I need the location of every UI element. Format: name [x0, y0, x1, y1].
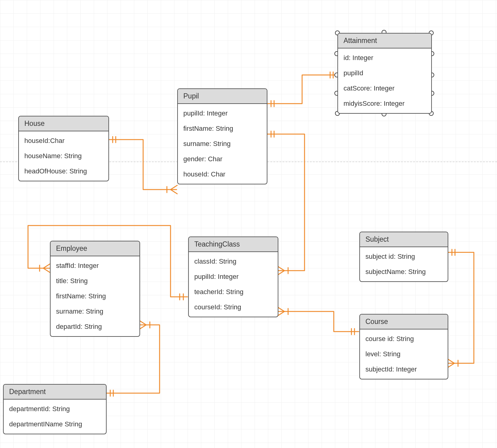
diagram-canvas[interactable]: HousehouseId:CharhouseName: StringheadOf… [0, 0, 497, 448]
entity-subject[interactable]: Subjectsubject id: StringsubjectName: St… [359, 232, 448, 282]
entity-attr: pupilId: Integer [178, 106, 267, 121]
entity-attrs: course id: Stringlevel: StringsubjectId:… [360, 329, 448, 379]
entity-attr: subject id: String [360, 249, 448, 264]
entity-attr: midyisScore: Integer [338, 96, 431, 111]
entity-attrs: houseId:CharhouseName: StringheadOfHouse… [19, 131, 108, 181]
entity-attr: firstName: String [178, 121, 267, 136]
entity-attr: departmentId: String [4, 401, 106, 417]
entity-attr: teacherId: String [189, 284, 278, 300]
entity-attr: gender: Char [178, 151, 267, 167]
entity-attr: subjectName: String [360, 264, 448, 279]
entity-attr: catScore: Integer [338, 81, 431, 96]
entity-title: Employee [51, 241, 139, 256]
entity-attr: pupilId [338, 66, 431, 81]
entity-house[interactable]: HousehouseId:CharhouseName: StringheadOf… [18, 116, 109, 181]
entity-attrs: departmentId: StringdepartmentIName Stri… [4, 400, 106, 434]
entity-department[interactable]: DepartmentdepartmentId: Stringdepartment… [3, 384, 107, 434]
entity-course[interactable]: Coursecourse id: Stringlevel: Stringsubj… [359, 314, 448, 379]
entity-title: Pupil [178, 89, 267, 104]
entity-attr: surname: String [51, 304, 139, 319]
entity-attr: staffId: Integer [51, 258, 139, 273]
rel-subject-course [448, 252, 474, 363]
entity-title: House [19, 116, 108, 131]
entity-attrs: subject id: StringsubjectName: String [360, 247, 448, 281]
entity-attr: pupilId: Integer [189, 269, 278, 284]
entity-attrs: id: IntegerpupilIdcatScore: Integermidyi… [338, 48, 431, 113]
entity-attainment[interactable]: Attainmentid: IntegerpupilIdcatScore: In… [337, 33, 432, 114]
entity-title: Department [4, 385, 106, 400]
entity-attr: headOfHouse: String [19, 164, 108, 179]
entity-attrs: classId: StringpupilId: IntegerteacherId… [189, 252, 278, 317]
entity-employee[interactable]: EmployeestaffId: Integertitle: Stringfir… [50, 241, 140, 337]
entity-title: TeachingClass [189, 237, 278, 252]
entity-pupil[interactable]: PupilpupilId: IntegerfirstName: Stringsu… [177, 88, 267, 184]
entity-attr: firstName: String [51, 289, 139, 304]
entity-attr: departmentIName String [4, 417, 106, 432]
entity-attr: classId: String [189, 254, 278, 269]
entity-attr: subjectId: Integer [360, 362, 448, 377]
rel-pupil-attainment [267, 75, 337, 104]
entity-attr: houseName: String [19, 148, 108, 164]
entity-title: Subject [360, 232, 448, 247]
entity-attr: course id: String [360, 331, 448, 347]
rel-house-pupil [108, 140, 177, 190]
entity-title: Attainment [338, 34, 431, 48]
entity-attr: surname: String [178, 136, 267, 151]
entity-attr: level: String [360, 347, 448, 362]
rel-course-teachingclass [278, 311, 359, 332]
entity-attr: title: String [51, 273, 139, 289]
entity-attrs: pupilId: IntegerfirstName: Stringsurname… [178, 104, 267, 184]
entity-attr: houseId: Char [178, 167, 267, 182]
entity-attr: departId: String [51, 319, 139, 334]
entity-attr: houseId:Char [19, 133, 108, 148]
entity-attr: courseId: String [189, 300, 278, 315]
entity-teachingclass[interactable]: TeachingClassclassId: StringpupilId: Int… [188, 236, 278, 317]
entity-title: Course [360, 315, 448, 329]
entity-attrs: staffId: Integertitle: StringfirstName: … [51, 256, 139, 336]
entity-attr: id: Integer [338, 50, 431, 66]
